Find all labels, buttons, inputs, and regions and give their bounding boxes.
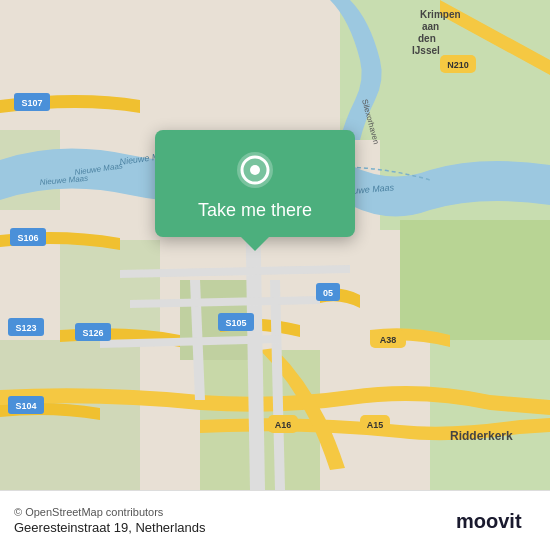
svg-rect-3 xyxy=(400,220,550,340)
moovit-logo-svg: moovit xyxy=(456,506,536,536)
bottom-bar: © OpenStreetMap contributors Geeresteins… xyxy=(0,490,550,550)
svg-text:IJssel: IJssel xyxy=(412,45,440,56)
svg-text:05: 05 xyxy=(323,288,333,298)
navigation-popup[interactable]: Take me there xyxy=(155,130,355,237)
svg-text:S105: S105 xyxy=(225,318,246,328)
svg-text:A15: A15 xyxy=(367,420,384,430)
svg-text:S123: S123 xyxy=(15,323,36,333)
svg-text:A16: A16 xyxy=(275,420,292,430)
bottom-left: © OpenStreetMap contributors Geeresteins… xyxy=(14,506,206,535)
svg-text:Krimpen: Krimpen xyxy=(420,9,461,20)
svg-text:S104: S104 xyxy=(15,401,36,411)
copyright-text: © OpenStreetMap contributors xyxy=(14,506,206,518)
popup-label: Take me there xyxy=(198,200,312,221)
location-pin-icon xyxy=(235,150,275,190)
svg-text:den: den xyxy=(418,33,436,44)
svg-text:aan: aan xyxy=(422,21,439,32)
svg-point-44 xyxy=(250,165,260,175)
address-text: Geeresteinstraat 19, Netherlands xyxy=(14,520,206,535)
svg-text:moovit: moovit xyxy=(456,510,522,532)
svg-text:A38: A38 xyxy=(380,335,397,345)
svg-text:Ridderkerk: Ridderkerk xyxy=(450,429,513,443)
svg-text:S106: S106 xyxy=(17,233,38,243)
svg-rect-4 xyxy=(430,340,550,490)
map-container: S107 S106 S123 S126 S104 S105 05 A38 A16… xyxy=(0,0,550,490)
svg-text:S107: S107 xyxy=(21,98,42,108)
moovit-logo: moovit xyxy=(456,506,536,536)
svg-text:S126: S126 xyxy=(82,328,103,338)
svg-text:N210: N210 xyxy=(447,60,469,70)
